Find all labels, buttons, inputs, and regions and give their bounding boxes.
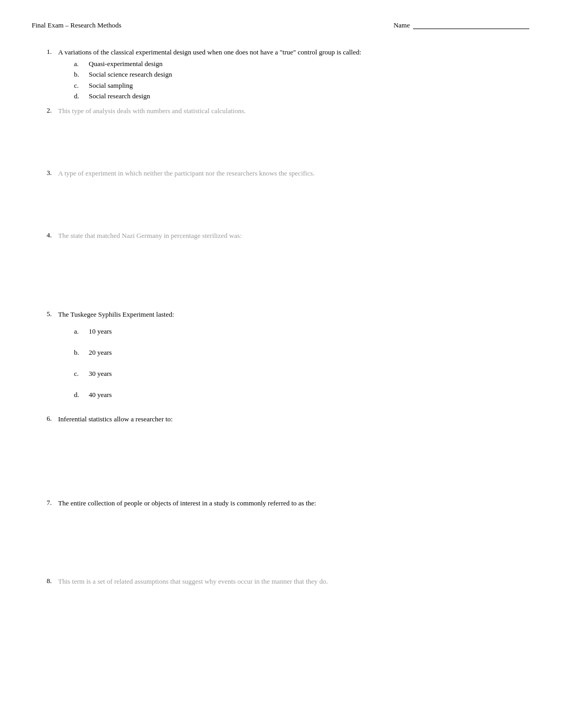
q6-text: Inferential statistics allow a researche… — [58, 414, 529, 424]
q5-option-a: a. 10 years — [74, 327, 529, 336]
name-field: Name — [394, 21, 529, 30]
q1-options: a. Quasi-experimental design b. Social s… — [74, 59, 529, 101]
q5-option-d-letter: d. — [74, 390, 89, 400]
q5-option-c-text: 30 years — [89, 369, 112, 379]
q4-text: The state that matched Nazi Germany in p… — [58, 231, 529, 241]
q2-number: 2. — [37, 106, 58, 115]
q5-option-d-text: 40 years — [89, 390, 112, 400]
q1-option-a-letter: a. — [74, 59, 89, 69]
q1-option-a-text: Quasi-experimental design — [89, 59, 163, 69]
q1-option-d: d. Social research design — [74, 91, 529, 101]
q1-option-c-text: Social sampling — [89, 81, 133, 90]
q5-option-c-letter: c. — [74, 369, 89, 379]
q6-number: 6. — [37, 414, 58, 423]
page-header: Final Exam – Research Methods Name — [32, 21, 529, 32]
q1-number: 1. — [37, 48, 58, 56]
question-1: 1. A variations of the classical experim… — [37, 48, 529, 102]
q1-option-a: a. Quasi-experimental design — [74, 59, 529, 69]
q5-option-b-text: 20 years — [89, 348, 112, 357]
q5-option-b: b. 20 years — [74, 348, 529, 357]
q5-option-d: d. 40 years — [74, 390, 529, 400]
question-3: 3. A type of experiment in which neither… — [37, 169, 529, 178]
q5-option-a-text: 10 years — [89, 327, 112, 336]
question-4: 4. The state that matched Nazi Germany i… — [37, 231, 529, 241]
questions-container: 1. A variations of the classical experim… — [37, 48, 529, 586]
q1-option-c: c. Social sampling — [74, 81, 529, 90]
q8-number: 8. — [37, 577, 58, 585]
name-label: Name — [394, 21, 410, 30]
q1-option-d-letter: d. — [74, 91, 89, 101]
q5-option-b-letter: b. — [74, 348, 89, 357]
question-5: 5. The Tuskegee Syphilis Experiment last… — [37, 310, 529, 404]
exam-title: Final Exam – Research Methods — [32, 21, 121, 30]
q5-options: a. 10 years b. 20 years c. 30 years d. 4… — [74, 327, 529, 400]
q5-number: 5. — [37, 310, 58, 318]
q1-option-b: b. Social science research design — [74, 70, 529, 79]
q7-number: 7. — [37, 499, 58, 507]
q2-text: This type of analysis deals with numbers… — [58, 106, 529, 116]
q5-text: The Tuskegee Syphilis Experiment lasted:… — [58, 310, 529, 404]
q5-option-a-letter: a. — [74, 327, 89, 336]
name-underline — [413, 22, 529, 29]
question-8: 8. This term is a set of related assumpt… — [37, 577, 529, 586]
q1-option-d-text: Social research design — [89, 91, 150, 101]
q5-option-c: c. 30 years — [74, 369, 529, 379]
q1-option-b-text: Social science research design — [89, 70, 172, 79]
question-6: 6. Inferential statistics allow a resear… — [37, 414, 529, 424]
q4-number: 4. — [37, 231, 58, 239]
q3-number: 3. — [37, 169, 58, 177]
q1-option-b-letter: b. — [74, 70, 89, 79]
q8-text: This term is a set of related assumption… — [58, 577, 529, 586]
question-7: 7. The entire collection of people or ob… — [37, 499, 529, 508]
q1-text: A variations of the classical experiment… — [58, 48, 529, 102]
q1-option-c-letter: c. — [74, 81, 89, 90]
question-2: 2. This type of analysis deals with numb… — [37, 106, 529, 116]
q7-text: The entire collection of people or objec… — [58, 499, 529, 508]
q3-text: A type of experiment in which neither th… — [58, 169, 529, 178]
